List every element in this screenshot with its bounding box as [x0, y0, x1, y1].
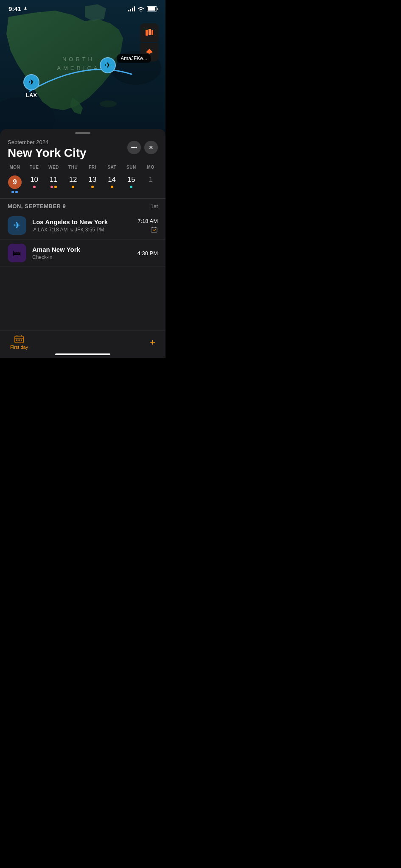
calendar-dates: 9 10 11 — [5, 174, 160, 195]
jfk-label-bubble: AmaJFKe... — [117, 54, 151, 63]
hotel-event-icon-wrap: 🛏 — [8, 244, 26, 262]
cal-date-13[interactable]: 13 — [83, 174, 102, 195]
status-icons — [128, 6, 157, 11]
close-button[interactable]: ✕ — [144, 141, 158, 154]
lax-marker[interactable]: ✈ LAX — [23, 74, 39, 98]
flight-event-subtitle: ↗ LAX 7:18 AM ↘ JFK 3:55 PM — [32, 227, 132, 233]
svg-rect-4 — [146, 30, 148, 36]
map-area: NORTH AMERICA ✈ LAX ✈ AmaJ — [0, 0, 165, 144]
battery-icon — [147, 6, 157, 11]
location-icon — [23, 6, 28, 11]
flight-event[interactable]: ✈ Los Angeles to New York ↗ LAX 7:18 AM … — [0, 212, 165, 239]
day-date-label: MON, SEPTEMBER 9 — [8, 203, 66, 209]
cal-date-16[interactable]: 1 — [141, 174, 160, 195]
sheet-city: New York City — [8, 146, 87, 160]
flight-event-time: 7:18 AM — [137, 218, 158, 224]
flight-event-icon-wrap: ✈ — [8, 216, 26, 235]
calendar-header: MON TUE WED THU FRI SAT SUN MO — [5, 163, 160, 171]
more-button[interactable]: ••• — [127, 141, 141, 154]
status-bar: 9:41 — [0, 0, 165, 15]
sheet-header-buttons: ••• ✕ — [127, 141, 158, 154]
lax-label: LAX — [26, 92, 37, 98]
flight-time-icon — [150, 226, 158, 234]
svg-rect-13 — [21, 335, 22, 337]
svg-rect-5 — [149, 29, 151, 35]
cal-day-tue: TUE — [25, 163, 44, 171]
calendar-tab-button[interactable]: First day — [10, 335, 28, 350]
svg-rect-12 — [17, 335, 17, 337]
hotel-event-content: Aman New York Check-in — [32, 246, 132, 260]
cal-date-10[interactable]: 10 — [25, 174, 44, 195]
flight-icon: ✈ — [13, 220, 21, 231]
cal-date-9[interactable]: 9 — [5, 174, 25, 195]
jfk-circle: ✈ — [100, 57, 116, 73]
svg-rect-11 — [15, 338, 23, 339]
add-event-button[interactable]: + — [150, 337, 155, 348]
cal-day-mon2: MO — [141, 163, 160, 171]
map-view-button[interactable] — [140, 23, 159, 42]
signal-bars — [128, 6, 135, 11]
svg-rect-8 — [152, 227, 153, 228]
sheet-month: September 2024 — [8, 139, 87, 145]
calendar-tab-label: First day — [10, 345, 28, 350]
status-time: 9:41 — [8, 5, 28, 12]
flight-event-time-wrap: 7:18 AM — [137, 218, 158, 234]
svg-rect-9 — [155, 227, 156, 228]
sheet-header: September 2024 New York City ••• ✕ — [0, 134, 165, 163]
calendar-section: MON TUE WED THU FRI SAT SUN MO 9 10 — [0, 163, 165, 198]
day-count-label: 1st — [151, 203, 158, 209]
cal-day-sat: SAT — [102, 163, 122, 171]
cal-date-15[interactable]: 15 — [122, 174, 141, 195]
map-icon — [145, 28, 154, 37]
dot-pink-1 — [33, 186, 36, 188]
lax-circle: ✈ — [23, 74, 39, 90]
hotel-event-title: Aman New York — [32, 246, 132, 253]
dot-blue-2 — [15, 191, 18, 193]
bottom-sheet: September 2024 New York City ••• ✕ MON T… — [0, 129, 165, 358]
cal-date-11[interactable]: 11 — [44, 174, 64, 195]
dot-blue-1 — [11, 191, 14, 193]
hotel-event[interactable]: 🛏 Aman New York Check-in 4:30 PM — [0, 239, 165, 267]
time-display: 9:41 — [8, 5, 21, 12]
cal-day-thu: THU — [63, 163, 83, 171]
wifi-icon — [137, 6, 144, 11]
svg-rect-6 — [151, 30, 153, 35]
cal-day-sun: SUN — [122, 163, 141, 171]
svg-rect-14 — [16, 339, 17, 341]
flight-event-title: Los Angeles to New York — [32, 218, 132, 225]
day-section: MON, SEPTEMBER 9 1st — [0, 199, 165, 212]
cal-day-fri: FRI — [83, 163, 102, 171]
cal-day-mon: MON — [5, 163, 25, 171]
cal-date-14[interactable]: 14 — [102, 174, 122, 195]
hotel-event-time: 4:30 PM — [137, 250, 158, 256]
home-indicator — [55, 353, 110, 355]
calendar-tab-icon — [14, 335, 24, 343]
svg-rect-15 — [19, 339, 20, 341]
jfk-marker[interactable]: ✈ — [100, 57, 116, 73]
hotel-event-subtitle: Check-in — [32, 254, 132, 260]
flight-event-content: Los Angeles to New York ↗ LAX 7:18 AM ↘ … — [32, 218, 132, 233]
cal-day-wed: WED — [44, 163, 64, 171]
svg-rect-16 — [21, 339, 22, 341]
svg-rect-7 — [151, 228, 157, 232]
hotel-icon: 🛏 — [13, 248, 21, 258]
cal-date-12[interactable]: 12 — [63, 174, 83, 195]
